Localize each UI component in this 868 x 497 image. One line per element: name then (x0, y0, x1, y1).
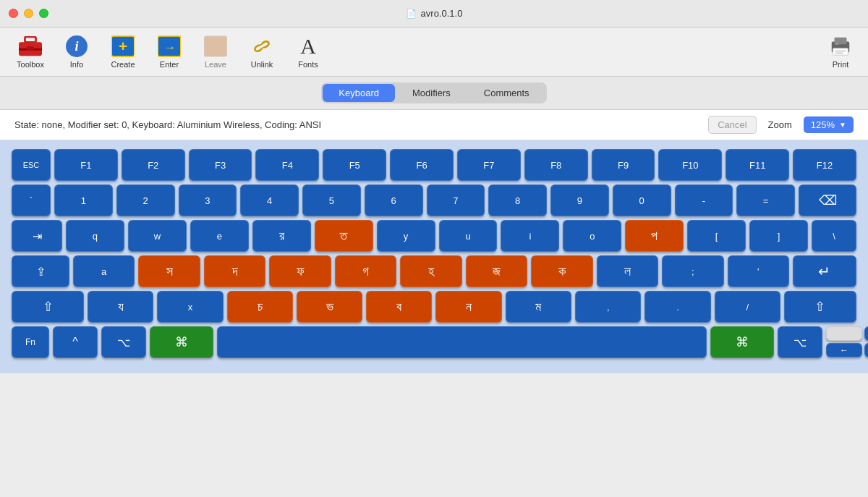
maximize-button[interactable] (39, 9, 48, 18)
key-2[interactable]: 2 (116, 184, 175, 216)
key-cmd-left[interactable]: ⌘ (150, 326, 213, 358)
key-f7[interactable]: F7 (457, 149, 521, 181)
key-f8[interactable]: F8 (524, 149, 588, 181)
key-f10[interactable]: F10 (658, 149, 722, 181)
key-enter[interactable]: ↵ (793, 255, 856, 287)
toolbar-item-print[interactable]: Print (822, 32, 859, 72)
key-8[interactable]: 8 (488, 184, 547, 216)
key-5[interactable]: 5 (302, 184, 361, 216)
key-backspace[interactable]: ⌫ (799, 184, 856, 216)
key-z[interactable]: য (88, 291, 153, 323)
key-up[interactable]: ↑ (864, 326, 868, 341)
toolbar-item-enter[interactable]: → Enter (148, 32, 191, 72)
key-m[interactable]: ম (506, 291, 571, 323)
key-f6[interactable]: F6 (390, 149, 454, 181)
key-minus[interactable]: - (675, 184, 733, 216)
key-open-bracket[interactable]: [ (687, 220, 746, 252)
toolbar-item-leave[interactable]: Leave (194, 32, 237, 72)
key-alt-right[interactable]: ⌥ (778, 326, 822, 358)
key-g[interactable]: গ (335, 255, 396, 287)
key-q[interactable]: q (66, 220, 124, 252)
key-h[interactable]: হ (400, 255, 461, 287)
key-equals[interactable]: = (736, 184, 795, 216)
key-tab[interactable]: ⇥ (12, 220, 62, 252)
zoom-select[interactable]: 125% ▼ (804, 116, 854, 133)
fn-key-row: ESC F1 F2 F3 F4 F5 F6 F7 F8 F9 F10 F11 F… (12, 149, 856, 181)
key-f9[interactable]: F9 (592, 149, 655, 181)
key-f[interactable]: ফ (269, 255, 331, 287)
title-bar: 📄 avro.0.1.0 (0, 0, 868, 27)
cancel-button[interactable]: Cancel (708, 116, 756, 134)
key-control[interactable]: ^ (53, 326, 98, 358)
key-space[interactable] (217, 326, 707, 358)
key-1[interactable]: 1 (54, 184, 113, 216)
key-f3[interactable]: F3 (189, 149, 252, 181)
key-down[interactable]: ↓ (864, 343, 868, 357)
minimize-button[interactable] (24, 9, 33, 18)
key-v[interactable]: ভ (297, 291, 362, 323)
key-u[interactable]: u (439, 220, 498, 252)
tab-keyboard[interactable]: Keyboard (323, 84, 395, 102)
key-w[interactable]: w (128, 220, 187, 252)
key-f11[interactable]: F11 (726, 149, 789, 181)
key-r[interactable]: র (252, 220, 311, 252)
key-close-bracket[interactable]: ] (749, 220, 808, 252)
key-4[interactable]: 4 (240, 184, 299, 216)
key-shift-left[interactable]: ⇧ (12, 291, 84, 323)
key-fn[interactable]: Fn (12, 326, 49, 358)
key-f2[interactable]: F2 (122, 149, 185, 181)
key-0[interactable]: 0 (613, 184, 671, 216)
key-f5[interactable]: F5 (323, 149, 386, 181)
key-s[interactable]: স (138, 255, 200, 287)
traffic-lights (9, 9, 48, 18)
key-y[interactable]: y (377, 220, 435, 252)
key-7[interactable]: 7 (427, 184, 485, 216)
key-left[interactable]: ← (826, 343, 862, 357)
key-9[interactable]: 9 (550, 184, 609, 216)
key-semicolon[interactable]: ; (662, 255, 723, 287)
key-b[interactable]: ব (366, 291, 432, 323)
toolbar-item-unlink[interactable]: Unlink (240, 32, 284, 72)
tabs-container: Keyboard Modifiers Comments (321, 82, 546, 103)
toolbar-item-create[interactable]: + Create (101, 32, 145, 72)
key-quote[interactable]: ' (728, 255, 789, 287)
key-l[interactable]: ল (597, 255, 658, 287)
key-a[interactable]: a (73, 255, 135, 287)
key-c[interactable]: চ (227, 291, 293, 323)
key-f1[interactable]: F1 (54, 149, 118, 181)
svg-text:+: + (119, 38, 127, 54)
close-button[interactable] (9, 9, 18, 18)
key-p[interactable]: প (625, 220, 684, 252)
key-caps-lock[interactable]: ⇪ (12, 255, 69, 287)
unlink-label: Unlink (251, 60, 273, 69)
key-k[interactable]: ক (531, 255, 592, 287)
key-n[interactable]: ন (435, 291, 501, 323)
key-backtick[interactable]: ` (12, 184, 51, 216)
key-6[interactable]: 6 (365, 184, 423, 216)
key-comma[interactable]: , (575, 291, 641, 323)
key-slash[interactable]: / (715, 291, 780, 323)
key-e[interactable]: e (190, 220, 249, 252)
toolbar-item-toolbox[interactable]: Toolbox (9, 32, 52, 72)
key-esc[interactable]: ESC (12, 149, 51, 181)
key-o[interactable]: o (563, 220, 621, 252)
key-t[interactable]: ত (315, 220, 373, 252)
key-x[interactable]: x (157, 291, 223, 323)
tab-modifiers[interactable]: Modifiers (396, 84, 467, 102)
svg-text:→: → (163, 41, 176, 54)
key-f12[interactable]: F12 (793, 149, 856, 181)
key-cmd-right[interactable]: ⌘ (710, 326, 774, 358)
key-shift-right[interactable]: ⇧ (784, 291, 856, 323)
key-f4[interactable]: F4 (255, 149, 319, 181)
toolbar-item-fonts[interactable]: A Fonts (286, 32, 330, 72)
key-j[interactable]: জ (466, 255, 527, 287)
key-i[interactable]: i (501, 220, 559, 252)
key-3[interactable]: 3 (179, 184, 237, 216)
key-d[interactable]: দ (204, 255, 265, 287)
key-backslash[interactable]: \ (812, 220, 856, 252)
key-alt-left[interactable]: ⌥ (101, 326, 146, 358)
key-period[interactable]: . (644, 291, 710, 323)
toolbar-item-info[interactable]: i Info (55, 32, 98, 72)
space-key-row: Fn ^ ⌥ ⌘ ⌘ ⌥ ↑ ← ↓ → (12, 326, 856, 358)
tab-comments[interactable]: Comments (468, 84, 545, 102)
